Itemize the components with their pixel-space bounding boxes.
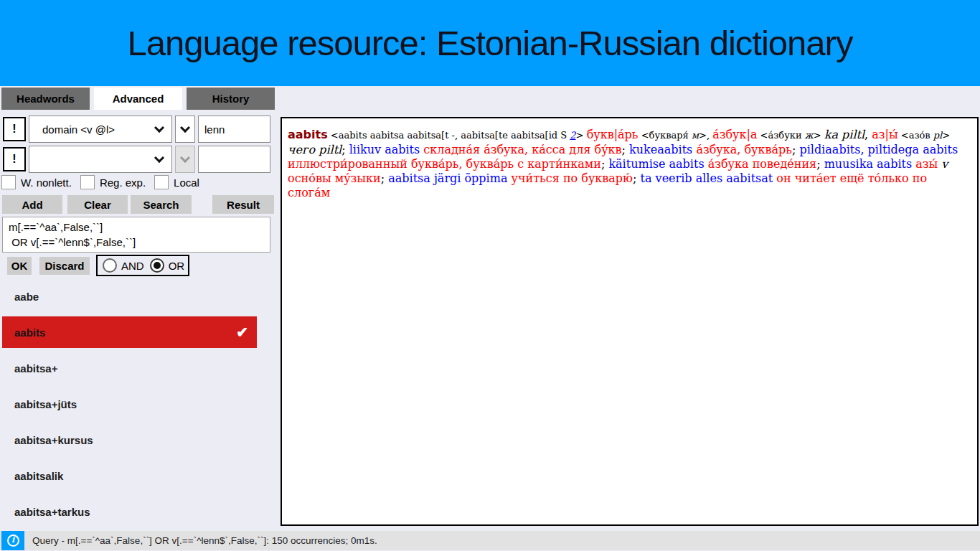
- entry-run-ru: а́збук|а: [712, 128, 757, 141]
- entry-run-et: kukeaabits: [629, 143, 692, 156]
- tab-headwords[interactable]: Headwords: [1, 88, 90, 110]
- list-item-label: aabits: [14, 326, 45, 339]
- entry-run-plain: ;: [792, 143, 799, 156]
- entry-run-et: käitumise aabits: [608, 157, 704, 171]
- chevron-down-icon: [180, 152, 190, 162]
- add-button[interactable]: Add: [2, 195, 62, 214]
- list-item-label: aabitsa+: [14, 362, 57, 375]
- list-item-selected[interactable]: aabits ✔: [2, 316, 257, 348]
- negate-button-1[interactable]: !: [3, 117, 26, 141]
- page-title: Language resource: Estonian-Russian dict…: [128, 23, 853, 63]
- entry-run-ru: а́збука, буква́рь: [696, 143, 792, 156]
- status-bar: Query - m[.==`^aa`,False,``] OR v[.==`^l…: [0, 531, 980, 550]
- query-expression-box[interactable]: m[.==`^aa`,False,``] OR v[.==`^lenn$`,Fa…: [2, 217, 270, 253]
- expand-button-2: [175, 146, 195, 173]
- tab-advanced[interactable]: Advanced: [94, 88, 182, 110]
- dictionary-entry: aabits <aabits aabitsa aabitsa[t -, aabi…: [282, 118, 977, 200]
- radio-or[interactable]: [150, 258, 164, 273]
- list-item[interactable]: aabe: [0, 278, 280, 314]
- entry-run-et: liikuv aabits: [349, 143, 420, 156]
- list-item[interactable]: aabitsa+jüts: [0, 386, 280, 422]
- checkbox-local-label: Local: [174, 176, 199, 189]
- radio-and-label: AND: [121, 260, 144, 272]
- entry-run-ru: иллюстри́рованный буква́рь, буква́рь с к…: [288, 157, 601, 171]
- field-select-1-value: domain <v @l>: [42, 123, 115, 136]
- entry-link[interactable]: 2: [570, 130, 575, 141]
- entry-run-plain: ;: [816, 157, 824, 171]
- entry-run-plain: ;: [381, 171, 388, 185]
- entry-run-ru: аз|ы́: [872, 128, 897, 141]
- entry-run-gram: >: [576, 130, 587, 141]
- entry-run-gram: <aabits aabitsa aabitsa[t -, aabitsa[te …: [328, 130, 570, 141]
- list-item-label: aabitsalik: [14, 470, 63, 482]
- entry-panel[interactable]: aabits <aabits aabitsa aabitsa[t -, aabi…: [281, 117, 979, 526]
- checkbox-w-nonlett-label: W. nonlett.: [21, 176, 72, 189]
- checkbox-reg-exp-label: Reg. exp.: [100, 176, 146, 189]
- entry-run-gram: >: [814, 130, 824, 141]
- info-button[interactable]: [1, 531, 24, 550]
- entry-run-ru: осно́вы му́зыки: [288, 171, 381, 185]
- entry-run-plain: ;: [601, 157, 608, 171]
- info-icon: [7, 534, 19, 547]
- search-button[interactable]: Search: [131, 195, 192, 214]
- headword-list: aabe aabits ✔ aabitsa+ aabitsa+jüts aabi…: [0, 278, 280, 529]
- list-item-label: aabe: [14, 291, 39, 303]
- entry-run-label: ka piltl: [824, 128, 864, 141]
- entry-run-label: чего piltl: [288, 143, 341, 156]
- entry-run-et: ta veerib alles aabitsat: [641, 171, 773, 185]
- expand-button-1[interactable]: [175, 116, 195, 143]
- entry-run-plain: ;: [341, 143, 349, 156]
- options-row: W. nonlett. Reg. exp. Local: [1, 174, 208, 190]
- entry-run-plain: ;: [622, 143, 629, 156]
- entry-run-gram: <а́збуки: [757, 130, 804, 141]
- entry-run-gram: <азо́в: [898, 130, 933, 141]
- checkbox-w-nonlett[interactable]: [1, 175, 16, 189]
- entry-run-gram-i: м: [692, 130, 699, 141]
- tab-bar: Headwords Advanced History: [1, 88, 275, 110]
- entry-run-plain: ;: [633, 171, 640, 185]
- entry-run-plain: ,: [864, 128, 872, 141]
- chevron-down-icon: [154, 122, 164, 132]
- list-item[interactable]: aabitsa+kursus: [0, 422, 280, 458]
- entry-run-label: v: [938, 157, 948, 171]
- search-term-input-1[interactable]: [198, 116, 270, 143]
- entry-run-gram: >,: [699, 130, 712, 141]
- entry-run-et: aabitsa järgi õppima: [388, 171, 507, 185]
- field-select-1[interactable]: domain <v @l>: [29, 116, 172, 143]
- entry-run-ru: букв|а́рь: [587, 128, 639, 141]
- list-item-label: aabitsa+jüts: [14, 398, 77, 410]
- checkbox-local[interactable]: [154, 175, 169, 189]
- entry-run-ru: складна́я а́збука, ка́сса для бу́кв: [423, 143, 621, 156]
- list-item[interactable]: aabitsa+tarkus: [0, 494, 280, 529]
- list-item-label: aabitsa+kursus: [14, 434, 93, 446]
- list-item-label: aabitsa+tarkus: [14, 506, 90, 518]
- app-header: Language resource: Estonian-Russian dict…: [0, 0, 980, 86]
- entry-run-ru: а́збука поведе́ния: [708, 157, 816, 171]
- field-select-2[interactable]: [29, 146, 172, 173]
- clear-button[interactable]: Clear: [67, 195, 128, 214]
- radio-or-label: OR: [169, 260, 185, 272]
- tab-history[interactable]: History: [187, 88, 275, 110]
- entry-run-et: pildiaabits, piltidega aabits: [799, 143, 958, 156]
- radio-and[interactable]: [103, 258, 117, 273]
- discard-button[interactable]: Discard: [39, 257, 90, 275]
- chevron-down-icon: [180, 122, 190, 132]
- entry-run-et: muusika aabits: [824, 157, 913, 171]
- entry-run-gram-i: ж: [805, 130, 814, 141]
- checkbox-reg-exp[interactable]: [80, 175, 95, 189]
- entry-run-headword: aabits: [288, 128, 328, 141]
- entry-run-ru: азы́: [915, 157, 938, 171]
- entry-run-gram: >: [942, 130, 950, 141]
- ok-button[interactable]: OK: [7, 257, 32, 275]
- list-item[interactable]: aabitsalik: [0, 458, 280, 494]
- result-button[interactable]: Result: [212, 195, 274, 214]
- entry-run-gram-i: pl: [933, 130, 942, 141]
- app-window: Language resource: Estonian-Russian dict…: [0, 0, 980, 551]
- list-item[interactable]: aabitsa+: [0, 350, 280, 386]
- and-or-radio-group: AND OR: [96, 255, 189, 276]
- search-term-input-2[interactable]: [198, 146, 270, 173]
- status-text: Query - m[.==`^aa`,False,``] OR v[.==`^l…: [32, 535, 377, 546]
- check-icon: ✔: [236, 325, 248, 339]
- chevron-down-icon: [154, 152, 164, 162]
- negate-button-2[interactable]: !: [3, 147, 26, 171]
